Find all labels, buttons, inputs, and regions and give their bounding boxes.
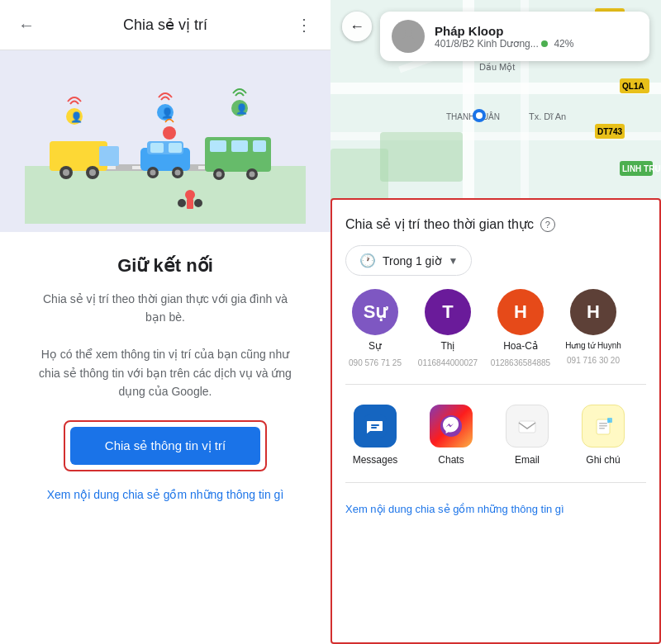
share-panel-title: Chia sẻ vị trí theo thời gian thực ? — [345, 216, 646, 232]
page-title: Chia sẻ vị trí — [123, 16, 207, 34]
email-label: Email — [515, 454, 540, 466]
svg-rect-14 — [150, 143, 164, 153]
bottom-divider — [345, 482, 646, 483]
contact-name-4: Hưng tứ Huynh — [565, 340, 621, 351]
svg-rect-71 — [599, 423, 607, 424]
clock-icon: 🕐 — [359, 253, 376, 268]
svg-point-62 — [405, 30, 411, 36]
info-details: Pháp Kloop 401/8/B2 Kinh Dương... 42% — [435, 24, 638, 50]
help-icon[interactable]: ? — [540, 217, 555, 232]
contact-name-3: Hoa-Cả — [503, 340, 538, 353]
svg-point-25 — [216, 172, 222, 178]
contact-avatar-4: H — [570, 289, 616, 335]
svg-text:Dầu Một: Dầu Một — [479, 62, 515, 73]
svg-text:Tx. Dĩ An: Tx. Dĩ An — [529, 111, 566, 121]
contact-item-2[interactable]: T Thị 0116844000027 — [418, 289, 478, 367]
svg-rect-6 — [50, 141, 107, 171]
contact-avatar-3: H — [497, 289, 544, 335]
app-item-chats[interactable]: Chats — [421, 405, 481, 466]
svg-rect-40 — [330, 83, 661, 94]
contact-phone-3: 0128636584885 — [491, 358, 550, 367]
left-panel: ← Chia sẻ vị trí ⋮ — [0, 0, 330, 644]
contact-address: 401/8/B2 Kinh Dương... 42% — [435, 38, 638, 50]
main-title: Giữ kết nối — [117, 255, 213, 277]
svg-text:QL1A: QL1A — [622, 82, 644, 91]
contact-phone-2: 0116844000027 — [418, 358, 478, 367]
svg-point-61 — [476, 112, 483, 119]
contact-avatar-1: Sự — [352, 289, 398, 335]
app-item-notes[interactable]: Ghi chú — [573, 405, 633, 466]
svg-point-38 — [163, 126, 176, 140]
learn-more-link[interactable]: Xem nội dung chia sẻ gồm những thông tin… — [47, 488, 284, 501]
contacts-row: Sự Sự 090 576 71 25 T Thị 0116844000027 … — [345, 289, 646, 367]
svg-point-27 — [250, 172, 255, 178]
svg-point-30 — [178, 199, 186, 207]
svg-rect-23 — [253, 140, 266, 152]
back-button[interactable]: ← — [13, 12, 40, 38]
contact-name-1: Sự — [369, 340, 382, 353]
notes-app-icon — [582, 405, 625, 447]
app-item-messages[interactable]: Messages — [345, 405, 405, 466]
map-back-button[interactable]: ← — [342, 12, 372, 41]
svg-rect-7 — [99, 146, 119, 166]
svg-point-31 — [194, 199, 202, 207]
svg-rect-64 — [371, 424, 379, 426]
share-panel: Chia sẻ vị trí theo thời gian thực ? 🕐 T… — [330, 198, 661, 644]
svg-rect-21 — [210, 140, 226, 152]
svg-point-28 — [185, 190, 195, 200]
svg-rect-22 — [231, 140, 248, 152]
svg-point-19 — [175, 170, 181, 176]
messages-app-icon — [354, 405, 397, 447]
share-button-container: Chia sẻ thông tin vị trí — [64, 420, 267, 471]
illustration-area: 👤 👤 👤 — [0, 50, 330, 232]
notes-label: Ghi chú — [586, 454, 620, 466]
more-options-button[interactable]: ⋮ — [291, 12, 317, 38]
svg-rect-72 — [599, 425, 607, 427]
divider — [345, 384, 646, 385]
svg-rect-29 — [187, 199, 193, 209]
svg-text:👤: 👤 — [235, 102, 248, 115]
svg-text:👤: 👤 — [70, 111, 83, 123]
svg-point-11 — [89, 169, 96, 176]
contact-item-1[interactable]: Sự Sự 090 576 71 25 — [345, 289, 405, 367]
svg-text:LINH TRUNG: LINH TRUNG — [622, 164, 661, 173]
time-selector[interactable]: 🕐 Trong 1 giờ ▼ — [345, 245, 472, 276]
svg-rect-65 — [371, 427, 377, 429]
svg-rect-68 — [519, 421, 535, 433]
apps-row: Messages — [345, 405, 646, 466]
svg-point-9 — [63, 169, 69, 176]
svg-rect-73 — [599, 428, 605, 429]
contact-item-4[interactable]: H Hưng tứ Huynh 091 716 30 20 — [564, 289, 623, 367]
svg-text:👤: 👤 — [161, 107, 174, 119]
description: Chia sẻ vị trí theo thời gian thực với g… — [33, 290, 297, 400]
svg-rect-15 — [169, 143, 182, 153]
contact-item-3[interactable]: H Hoa-Cả 0128636584885 — [491, 289, 550, 367]
messages-label: Messages — [353, 454, 398, 466]
contact-name: Pháp Kloop — [435, 24, 638, 38]
contact-phone-4: 091 716 30 20 — [567, 356, 620, 365]
right-panel: DT747 DT745 QL1A DT743 LINH TRUNG Dầu Mộ… — [330, 0, 661, 644]
contact-avatar-2: T — [425, 289, 471, 335]
share-location-button[interactable]: Chia sẻ thông tin vị trí — [70, 427, 260, 465]
map-background: DT747 DT745 QL1A DT743 LINH TRUNG Dầu Mộ… — [330, 0, 661, 215]
left-content: Giữ kết nối Chia sẻ vị trí theo thời gia… — [0, 232, 330, 644]
left-header: ← Chia sẻ vị trí ⋮ — [0, 0, 330, 50]
contact-name-2: Thị — [440, 340, 454, 353]
chats-app-icon — [430, 405, 473, 447]
share-panel-learn-more-link[interactable]: Xem nội dung chia sẻ gồm những thông tin… — [345, 503, 646, 515]
user-avatar — [392, 20, 425, 53]
contact-phone-1: 090 576 71 25 — [349, 358, 402, 367]
svg-rect-58 — [380, 132, 463, 182]
svg-rect-74 — [607, 418, 612, 423]
chevron-down-icon: ▼ — [449, 255, 459, 267]
svg-text:DT743: DT743 — [597, 127, 622, 136]
app-item-email[interactable]: Email — [497, 405, 557, 466]
location-info-card: Pháp Kloop 401/8/B2 Kinh Dương... 42% — [380, 12, 649, 61]
svg-point-17 — [150, 170, 156, 176]
chats-label: Chats — [438, 454, 464, 466]
email-app-icon — [506, 405, 549, 447]
